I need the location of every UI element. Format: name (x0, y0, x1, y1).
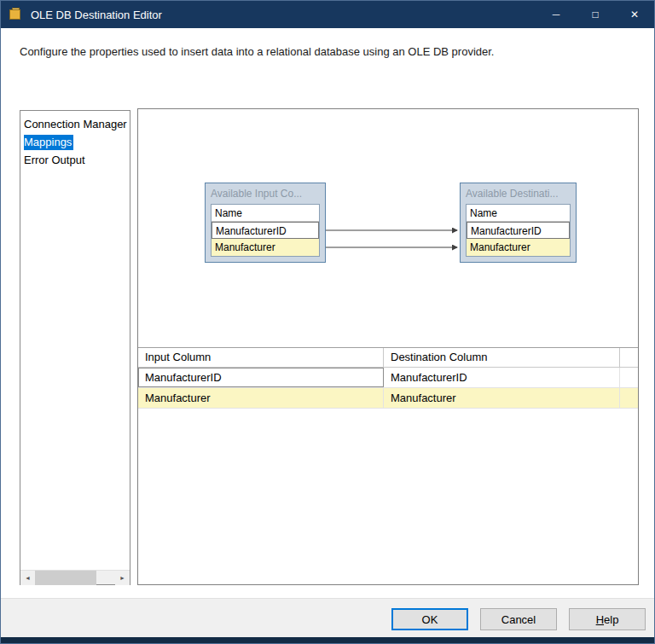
mapping-grid: Input Column Destination Column Manufact… (138, 347, 638, 584)
source-column-manufacturer[interactable]: Manufacturer (212, 239, 319, 256)
grid-cell-input-manufacturer[interactable]: Manufacturer (138, 388, 384, 408)
source-table-title: Available Input Co... (206, 183, 325, 204)
titlebar: OLE DB Destination Editor ─ □ ✕ (1, 1, 654, 28)
scroll-right-icon[interactable]: ► (115, 571, 130, 585)
destination-table-title: Available Destinati... (461, 183, 576, 204)
grid-cell-input-manufacturerid[interactable]: ManufacturerID (138, 368, 384, 387)
close-icon[interactable]: ✕ (615, 1, 654, 28)
window-bottom-edge (1, 637, 654, 643)
app-icon (9, 9, 23, 20)
sidebar-item-connection-manager[interactable]: Connection Manager (20, 115, 130, 133)
sidebar-horizontal-scrollbar[interactable]: ◄ ► (20, 570, 130, 584)
grid-cell-destination-manufacturerid[interactable]: ManufacturerID (384, 368, 620, 387)
mapping-diagram: Available Input Co... Name ManufacturerI… (138, 109, 638, 347)
minimize-icon[interactable]: ─ (536, 1, 576, 28)
destination-table-header: Name (467, 205, 570, 222)
cancel-button[interactable]: Cancel (480, 608, 557, 630)
table-row[interactable]: ManufacturerID ManufacturerID (138, 368, 638, 388)
grid-header-destination-column[interactable]: Destination Column (384, 348, 620, 367)
destination-column-manufacturerid[interactable]: ManufacturerID (467, 222, 570, 239)
grid-header-input-column[interactable]: Input Column (138, 348, 384, 367)
mappings-panel: Available Input Co... Name ManufacturerI… (137, 108, 639, 585)
grid-cell-destination-manufacturer[interactable]: Manufacturer (384, 388, 620, 408)
table-row[interactable]: Manufacturer Manufacturer (138, 388, 638, 409)
maximize-icon[interactable]: □ (576, 1, 615, 28)
source-table-header: Name (212, 205, 319, 222)
destination-column-manufacturer[interactable]: Manufacturer (467, 239, 570, 256)
scrollbar-thumb[interactable] (35, 571, 96, 585)
ole-db-destination-editor-dialog: OLE DB Destination Editor ─ □ ✕ Configur… (0, 0, 655, 644)
ok-button[interactable]: OK (391, 608, 468, 630)
dialog-description: Configure the properties used to insert … (20, 45, 494, 58)
sidebar-item-mappings[interactable]: Mappings (20, 133, 130, 151)
scroll-left-icon[interactable]: ◄ (20, 571, 35, 585)
available-input-columns-table: Available Input Co... Name ManufacturerI… (205, 183, 326, 263)
sidebar-item-error-output[interactable]: Error Output (20, 151, 130, 169)
source-column-manufacturerid[interactable]: ManufacturerID (212, 222, 319, 239)
grid-header-row: Input Column Destination Column (138, 348, 638, 368)
available-destination-columns-table: Available Destinati... Name Manufacturer… (460, 183, 577, 263)
page-list: Connection Manager Mappings Error Output… (20, 110, 130, 585)
help-button[interactable]: Help (569, 608, 646, 630)
mapping-connectors (326, 183, 460, 271)
footer: OK Cancel Help (1, 598, 654, 639)
window-title: OLE DB Destination Editor (31, 9, 162, 21)
